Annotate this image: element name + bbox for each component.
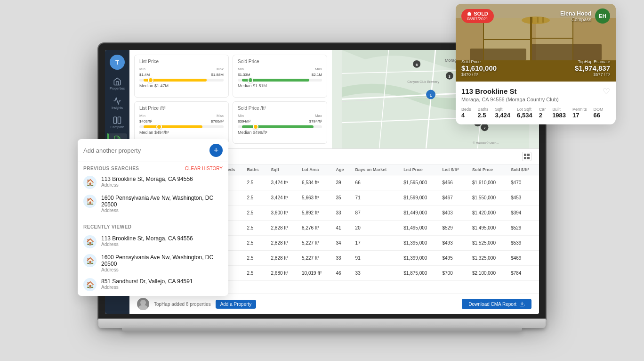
sold-sqft-max-label: Max: [315, 114, 322, 118]
popup-city: Moraga, CA 94556 (Moraga Country Club): [461, 97, 610, 102]
add-property-button[interactable]: Add a Property: [216, 300, 257, 309]
recent-3-type: Address: [101, 285, 193, 290]
popup-stat-beds: Beds 4: [461, 107, 471, 119]
sold-price-card-value: $1,610,000: [461, 64, 497, 72]
svg-point-28: [140, 300, 146, 305]
cell-sqft: 2,680 ft²: [267, 266, 298, 281]
sidebar-item-compare[interactable]: Compare: [107, 114, 127, 131]
recent-2-type: Address: [101, 267, 223, 272]
clear-history-button[interactable]: CLEAR HISTORY: [185, 166, 223, 171]
list-price-card: List Price Min Max $1.4M $1.88M: [134, 55, 229, 98]
agent-avatar: EH: [595, 8, 610, 24]
cell-sold-sqft: $453: [507, 190, 539, 205]
cell-sold-sqft: $784: [507, 266, 539, 281]
permits-label: Permits: [572, 107, 587, 112]
sidebar-item-properties[interactable]: Properties: [107, 75, 127, 92]
cell-sqft: 2,828 ft²: [267, 236, 298, 251]
col-sold-price[interactable]: Sold Price: [468, 164, 507, 175]
cell-baths: 2.5: [243, 236, 267, 251]
sold-price-card-label: Sold Price: [461, 59, 497, 64]
sidebar-insights-label: Insights: [112, 106, 123, 109]
sold-price-min-label: Min: [238, 67, 244, 71]
cell-baths: 2.5: [243, 175, 267, 190]
svg-text:1: 1: [430, 93, 432, 98]
cell-sold-sqft: $469: [507, 251, 539, 266]
recent-1-address: 113 Brookline St, Moraga, CA 94556: [101, 235, 193, 242]
list-sqft-max-label: Max: [217, 114, 224, 118]
laptop-foot: [122, 328, 522, 332]
col-baths[interactable]: Baths: [243, 164, 267, 175]
cell-sqft: 3,424 ft²: [267, 175, 298, 190]
svg-rect-26: [524, 157, 526, 159]
recent-3-address: 851 Sandhurst Dr, Vallejo, CA 94591: [101, 278, 193, 285]
col-list-price[interactable]: List Price: [400, 164, 438, 175]
cell-list-sqft: $529: [438, 221, 468, 236]
cell-lot: 5,227 ft²: [298, 236, 332, 251]
add-property-plus-button[interactable]: +: [209, 144, 223, 157]
cell-sold-sqft: $470: [507, 175, 539, 190]
sidebar-compare-label: Compare: [111, 125, 124, 129]
sqft-label: Sqft: [495, 107, 511, 112]
dom-value: 66: [594, 112, 604, 119]
tophap-price: $1,974,837: [575, 64, 610, 72]
cell-baths: 2.5: [243, 221, 267, 236]
col-age[interactable]: Age: [332, 164, 352, 175]
col-sold-sqft[interactable]: Sold $/ft²: [507, 164, 539, 175]
lot-sqft-value: 6,534: [517, 112, 532, 119]
search-prev-1[interactable]: 🏠 113 Brookline St, Moraga, CA 94556 Add…: [78, 173, 228, 192]
cell-dom: 71: [352, 190, 400, 205]
cell-baths: 2.5: [243, 251, 267, 266]
col-sqft[interactable]: Sqft: [267, 164, 298, 175]
dom-label: DOM: [594, 107, 604, 112]
svg-text:3: 3: [449, 74, 451, 79]
col-lot[interactable]: Lot Area: [298, 164, 332, 175]
cell-lot: 5,892 ft²: [298, 205, 332, 221]
cell-sold-price: $1,525,000: [468, 236, 507, 251]
add-property-input[interactable]: [83, 147, 206, 154]
download-cma-button[interactable]: Download CMA Report: [462, 299, 531, 309]
svg-text:6: 6: [416, 63, 418, 67]
search-recent-1[interactable]: 🏠 113 Brookline St, Moraga, CA 94556 Add…: [78, 232, 228, 251]
cell-age: 46: [332, 266, 352, 281]
list-price-median: Median $1.47M: [139, 83, 224, 88]
svg-point-29: [138, 305, 148, 310]
search-recent-2[interactable]: 🏠 1600 Pennsylvania Ave Nw, Washington, …: [78, 251, 228, 275]
search-prev-2[interactable]: 🏠 1600 Pennsylvania Ave Nw, Washington, …: [78, 192, 228, 216]
recent-1-type: Address: [101, 242, 193, 247]
user-avatar-bottom: [137, 298, 149, 310]
cell-list-sqft: $403: [438, 205, 468, 221]
sold-sqft-median: Median $499/ft²: [238, 130, 322, 135]
sold-price-card: Sold Price Min Max $1.33M $2.1M: [233, 55, 327, 98]
cell-sold-price: $1,610,000: [468, 175, 507, 190]
heart-icon[interactable]: ♡: [603, 87, 610, 96]
list-price-sqft-title: List Price /ft²: [139, 106, 224, 111]
popup-stat-dom: DOM 66: [594, 107, 604, 119]
grid-view-toggle[interactable]: [522, 152, 531, 161]
search-recent-3[interactable]: 🏠 851 Sandhurst Dr, Vallejo, CA 94591 Ad…: [78, 275, 228, 296]
cell-sold-price: $1,325,000: [468, 251, 507, 266]
tophap-label: TopHap Estimate: [575, 59, 610, 64]
list-sqft-min-label: Min: [139, 114, 145, 118]
agent-name: Elena Hood: [560, 10, 591, 17]
permits-value: 17: [572, 112, 587, 119]
sidebar-item-insights[interactable]: Insights: [107, 95, 127, 111]
sold-sqft-min-label: Min: [238, 114, 244, 118]
svg-text:Canyon Club Brewery: Canyon Club Brewery: [407, 80, 439, 84]
popup-stat-built: Built 1983: [552, 107, 566, 119]
cell-list-price: $1,495,000: [400, 221, 438, 236]
recent-2-address: 1600 Pennsylvania Ave Nw, Washington, DC…: [101, 254, 223, 267]
col-list-sqft[interactable]: List $/ft²: [438, 164, 468, 175]
popup-image-area: SOLD 08/07/2021 Elena Hood Compass EH So…: [456, 4, 616, 82]
cell-dom: 17: [352, 236, 400, 251]
added-info: TopHap added 6 properties: [154, 302, 211, 307]
popup-stat-sqft: Sqft 3,424: [495, 107, 511, 119]
cell-list-price: $1,875,000: [400, 266, 438, 281]
home-sold-icon: [467, 11, 472, 16]
col-dom[interactable]: Days on Market: [352, 164, 400, 175]
cell-baths: 2.5: [243, 190, 267, 205]
cell-baths: 2.5: [243, 205, 267, 221]
sold-price-title: Sold Price: [238, 59, 322, 64]
cell-dom: 66: [352, 175, 400, 190]
sidebar-properties-label: Properties: [110, 87, 125, 90]
cell-list-sqft: $495: [438, 251, 468, 266]
